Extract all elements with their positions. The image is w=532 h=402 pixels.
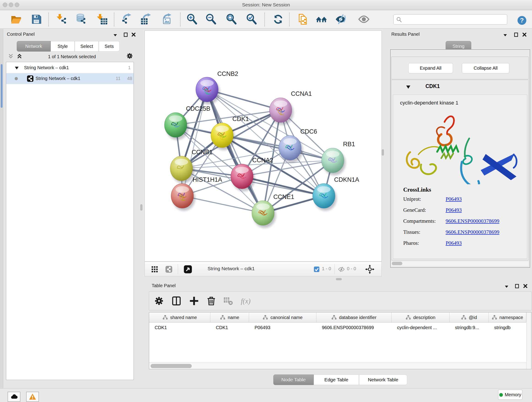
open-session-icon[interactable] [10, 13, 22, 25]
column-header-namespace[interactable]: namespace [489, 313, 526, 322]
close-table-icon[interactable] [523, 283, 528, 288]
node-CCNB2[interactable] [196, 77, 220, 104]
crosslink-link[interactable]: 9606.ENSP00000378699 [446, 229, 500, 235]
import-database-icon[interactable] [75, 13, 87, 25]
maximize-results-icon[interactable] [514, 32, 519, 37]
column-network-icon [492, 315, 497, 320]
node-CDKN1A[interactable] [313, 184, 337, 211]
delete-table-icon[interactable] [223, 296, 234, 306]
column-header-shared-name[interactable]: shared name [149, 313, 210, 322]
cell-canonical-name[interactable]: P06493 [249, 322, 317, 332]
hide-eye-icon[interactable] [335, 13, 347, 25]
cell-name[interactable]: CDK1 [210, 322, 249, 332]
open-in-window-icon[interactable] [184, 265, 192, 274]
results-hscrollbar[interactable] [391, 261, 529, 266]
help-button[interactable]: ? [517, 15, 527, 26]
maximize-table-icon[interactable] [515, 283, 520, 288]
network-collection-row[interactable]: String Network – cdk1 1 [6, 63, 133, 74]
save-session-icon[interactable] [30, 13, 42, 25]
table-hscrollbar[interactable] [149, 363, 526, 369]
horizontal-splitter-handle[interactable] [336, 278, 342, 280]
cell-database-identifier[interactable]: 9606.ENSP00000378699 [317, 322, 392, 332]
copy-network-icon[interactable] [297, 13, 309, 25]
tab-select[interactable]: Select [75, 41, 99, 51]
float-results-icon[interactable] [503, 32, 508, 38]
collapse-all-button[interactable]: Collapse All [462, 63, 509, 73]
node-CCNA2[interactable] [231, 164, 255, 191]
column-header-description[interactable]: description [392, 313, 450, 322]
export-image-icon[interactable] [160, 13, 172, 25]
node-HIST1H1A[interactable] [171, 184, 195, 211]
add-icon[interactable] [189, 296, 199, 306]
grid-view-icon[interactable] [151, 266, 158, 273]
trash-icon[interactable] [206, 296, 216, 306]
gear-icon[interactable] [126, 52, 133, 60]
edge-CCNB2-CCNE1[interactable] [207, 89, 263, 213]
show-eye-icon[interactable] [358, 13, 370, 25]
cloud-button[interactable] [7, 392, 20, 402]
tab-node-table[interactable]: Node Table [273, 375, 314, 385]
network-selection-status: 1 of 1 Network selected [24, 54, 120, 59]
column-header-name[interactable]: name [210, 313, 249, 322]
memory-button[interactable]: Memory [498, 390, 522, 400]
export-table-icon[interactable] [140, 13, 152, 25]
column-header-database-identifier[interactable]: database identifier [317, 313, 392, 322]
side-scroll-strip[interactable] [0, 29, 3, 388]
node-CCNA1[interactable] [269, 98, 293, 125]
collapse-icon[interactable] [14, 66, 19, 70]
refresh-icon[interactable] [272, 13, 284, 25]
node-CCNE1[interactable] [252, 201, 276, 228]
tab-network-table[interactable]: Network Table [359, 375, 407, 385]
node-label-CCNA2: CCNA2 [252, 157, 273, 164]
column-header-canonical-name[interactable]: canonical name [249, 313, 317, 322]
close-panel-icon[interactable] [131, 32, 136, 37]
zoom-in-icon[interactable] [186, 13, 198, 25]
cell-description[interactable]: cyclin-dependent ... [392, 322, 450, 332]
columns-icon[interactable] [171, 296, 182, 306]
tab-network[interactable]: Network [17, 41, 51, 51]
vertical-splitter-handle-right[interactable] [382, 149, 384, 156]
tab-style[interactable]: Style [51, 41, 75, 51]
gear-icon[interactable] [154, 296, 164, 306]
birdseye-crosshair-icon[interactable] [365, 265, 374, 274]
home-icon[interactable] [316, 13, 328, 25]
cell--id[interactable]: stringdb:9... [450, 322, 489, 332]
cell-namespace[interactable]: stringdb [489, 322, 526, 332]
tab-sets[interactable]: Sets [99, 41, 120, 51]
warning-button[interactable] [26, 392, 39, 402]
section-collapse-icon[interactable] [406, 85, 411, 89]
close-results-icon[interactable] [522, 32, 527, 37]
fx-icon[interactable]: f(x) [240, 296, 251, 306]
vertical-splitter-handle[interactable] [140, 204, 143, 211]
crosslink-link[interactable]: P06493 [446, 240, 462, 246]
maximize-panel-icon[interactable] [123, 32, 128, 37]
float-table-icon[interactable] [504, 284, 509, 289]
zoom-selected-icon[interactable] [246, 13, 258, 25]
collapse-all-tree-icon[interactable] [8, 53, 14, 58]
float-panel-icon[interactable] [113, 32, 118, 38]
zoom-out-icon[interactable] [205, 13, 217, 25]
expand-all-button[interactable]: Expand All [408, 63, 453, 73]
import-network-icon[interactable] [56, 13, 68, 25]
node-CDC25B[interactable] [165, 113, 189, 140]
zoom-fit-icon[interactable] [225, 13, 237, 25]
selected-checkbox-icon[interactable] [314, 266, 320, 272]
crosslink-label: Compartments: [403, 218, 446, 224]
crosslink-link[interactable]: P06493 [446, 196, 462, 202]
table-vscrollbar[interactable] [526, 313, 531, 369]
export-network-icon[interactable] [120, 13, 132, 25]
memory-label: Memory [505, 392, 521, 397]
expand-all-tree-icon[interactable] [17, 53, 22, 58]
network-share-icon[interactable] [165, 266, 172, 273]
cell-shared-name[interactable]: CDK1 [149, 322, 210, 332]
network-canvas[interactable]: CCNB2CCNA1CDC25BCDK1CDC6RB1CCNB1CCNA2CDK… [145, 31, 382, 262]
node-RB1[interactable] [322, 148, 346, 175]
column-header--id[interactable]: @id [450, 313, 489, 322]
crosslink-link[interactable]: 9606.ENSP00000378699 [446, 218, 500, 224]
import-table-icon[interactable] [96, 13, 108, 25]
network-row-selected[interactable]: String Network – cdk1 11 48 [6, 73, 133, 84]
search-input[interactable] [404, 16, 505, 23]
node-table: shared namenamecanonical namedatabase id… [149, 312, 532, 369]
tab-edge-table[interactable]: Edge Table [314, 375, 359, 385]
crosslink-link[interactable]: P06493 [446, 207, 462, 213]
